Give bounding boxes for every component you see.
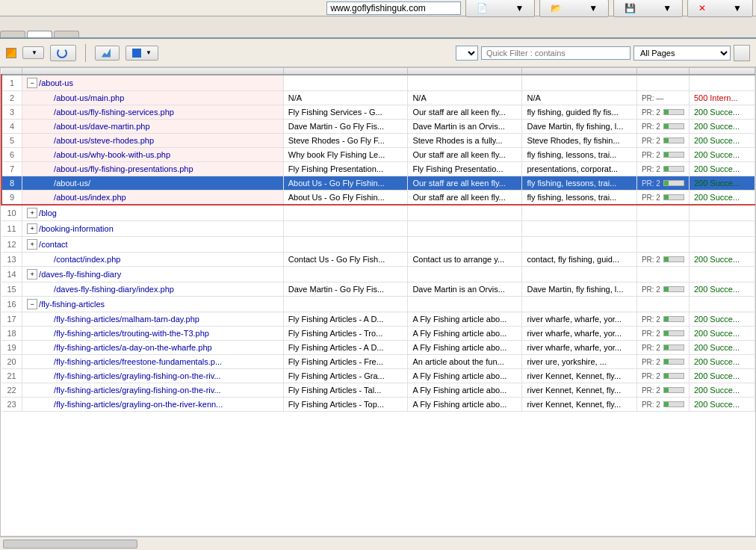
table-row[interactable]: 18/fly-fishing-articles/trouting-with-th… [1, 327, 755, 341]
table-row[interactable]: 19/fly-fishing-articles/a-day-on-the-wha… [1, 341, 755, 355]
table-row[interactable]: 7/about-us/fly-fishing-presentations.php… [1, 162, 755, 176]
close-dropdown-arrow[interactable]: ▼ [727, 1, 748, 15]
menu-help[interactable] [39, 7, 51, 10]
page-url-link[interactable]: /fly-fishing-articles/grayling-fishing-o… [54, 386, 221, 395]
row-page[interactable]: /about-us/why-book-with-us.php [22, 148, 284, 162]
page-url-link[interactable]: /fly-fishing-articles/grayling-fishing-o… [54, 371, 221, 380]
row-page[interactable]: +/blog [22, 205, 284, 221]
col-header-meta-kw[interactable] [522, 68, 636, 75]
table-row[interactable]: 10+/blog [1, 205, 755, 221]
close-button[interactable]: ✕ ▼ [687, 0, 753, 17]
page-url-link[interactable]: /about-us/fly-fishing-services.php [54, 108, 174, 117]
row-page[interactable]: /contact/index.php [22, 253, 284, 267]
row-page[interactable]: −/fly-fishing-articles [22, 297, 284, 312]
table-row[interactable]: 9/about-us/index.phpAbout Us - Go Fly Fi… [1, 191, 755, 206]
row-page[interactable]: /fly-fishing-articles/grayling-fishing-o… [22, 369, 284, 383]
page-url-link[interactable]: /booking-information [39, 224, 114, 233]
page-url-link[interactable]: /fly-fishing-articles/freestone-fundamen… [54, 357, 222, 366]
table-row[interactable]: 23/fly-fishing-articles/grayling-on-the-… [1, 398, 755, 412]
sitemap-dropdown-arrow[interactable]: ▼ [146, 49, 152, 56]
page-url-link[interactable]: /contact/index.php [54, 255, 120, 264]
pages-filter-dropdown[interactable]: All Pages [633, 46, 731, 61]
expand-icon[interactable]: + [27, 269, 37, 279]
row-page[interactable]: /about-us/steve-rhodes.php [22, 134, 284, 148]
row-page[interactable]: /daves-fly-fishing-diary/index.php [22, 282, 284, 297]
table-row[interactable]: 2/about-us/main.phpN/AN/AN/APR: —500 Int… [1, 91, 755, 105]
table-row[interactable]: 5/about-us/steve-rhodes.phpSteve Rhodes … [1, 134, 755, 148]
row-page[interactable]: −/about-us [22, 75, 284, 91]
page-url-link[interactable]: /about-us/fly-fishing-presentations.php [54, 164, 193, 173]
save-dropdown-arrow[interactable]: ▼ [657, 1, 678, 15]
page-url-link[interactable]: /fly-fishing-articles/trouting-with-the-… [54, 329, 209, 338]
save-button[interactable]: 💾 ▼ [613, 0, 683, 17]
row-page[interactable]: /fly-fishing-articles/trouting-with-the-… [22, 327, 284, 341]
page-url-link[interactable]: /blog [39, 208, 57, 217]
tab-website-report[interactable] [27, 31, 52, 37]
table-row[interactable]: 4/about-us/dave-martin.phpDave Martin - … [1, 120, 755, 134]
page-url-link[interactable]: /about-us/dave-martin.php [54, 122, 149, 131]
col-header-meta-desc[interactable] [408, 68, 522, 75]
table-row[interactable]: 14+/daves-fly-fishing-diary [1, 267, 755, 282]
row-page[interactable]: +/contact [22, 237, 284, 253]
menu-window[interactable] [27, 7, 39, 10]
col-header-page[interactable] [22, 68, 284, 75]
table-container[interactable]: 1−/about-us2/about-us/main.phpN/AN/AN/AP… [0, 67, 756, 537]
table-row[interactable]: 12+/contact [1, 237, 755, 253]
new-button[interactable]: 📄 ▼ [465, 0, 535, 17]
row-page[interactable]: /fly-fishing-articles/a-day-on-the-wharf… [22, 341, 284, 355]
row-page[interactable]: /about-us/index.php [22, 191, 284, 206]
col-header-title[interactable] [283, 68, 408, 75]
tab-website[interactable] [0, 31, 25, 37]
row-page[interactable]: /fly-fishing-articles/freestone-fundamen… [22, 355, 284, 369]
open-dropdown-arrow[interactable]: ▼ [583, 1, 604, 15]
page-url-link[interactable]: /about-us/index.php [54, 193, 126, 202]
row-page[interactable]: /about-us/fly-fishing-services.php [22, 105, 284, 120]
open-button[interactable]: 📂 ▼ [539, 0, 609, 17]
page-url-link[interactable]: /contact [39, 240, 68, 249]
project-url-input[interactable] [326, 1, 461, 15]
row-page[interactable]: /about-us/main.php [22, 91, 284, 105]
page-url-link[interactable]: /fly-fishing-articles/malham-tarn-day.ph… [54, 315, 199, 324]
settings-button[interactable] [734, 45, 750, 61]
collapse-icon[interactable]: − [27, 299, 37, 309]
page-url-link[interactable]: /about-us [39, 78, 73, 87]
page-url-link[interactable]: /about-us/main.php [54, 93, 124, 102]
row-page[interactable]: /about-us/ [22, 176, 284, 191]
table-row[interactable]: 6/about-us/why-book-with-us.phpWhy book … [1, 148, 755, 162]
rebuild-button[interactable] [50, 45, 76, 61]
sitemap-button[interactable]: ▼ [126, 46, 158, 61]
table-row[interactable]: 11+/booking-information [1, 221, 755, 237]
analyze-button[interactable] [95, 46, 120, 61]
table-row[interactable]: 13/contact/index.phpContact Us - Go Fly … [1, 253, 755, 267]
expand-icon[interactable]: + [27, 239, 37, 250]
row-page[interactable]: +/booking-information [22, 221, 284, 237]
filter-type-dropdown[interactable] [456, 46, 478, 61]
page-url-link[interactable]: /about-us/why-book-with-us.php [54, 150, 170, 159]
row-page[interactable]: /fly-fishing-articles/grayling-on-the-ri… [22, 398, 284, 412]
horizontal-scrollbar[interactable] [3, 540, 137, 549]
tab-webpages[interactable] [54, 31, 79, 37]
table-row[interactable]: 20/fly-fishing-articles/freestone-fundam… [1, 355, 755, 369]
update-dropdown-arrow[interactable]: ▼ [31, 49, 37, 56]
table-row[interactable]: 17/fly-fishing-articles/malham-tarn-day.… [1, 312, 755, 327]
row-page[interactable]: /fly-fishing-articles/malham-tarn-day.ph… [22, 312, 284, 327]
table-row[interactable]: 16−/fly-fishing-articles [1, 297, 755, 312]
table-row[interactable]: 21/fly-fishing-articles/grayling-fishing… [1, 369, 755, 383]
update-button[interactable]: ▼ [22, 46, 44, 59]
page-url-link[interactable]: /about-us/steve-rhodes.php [54, 136, 154, 145]
collapse-icon[interactable]: − [27, 78, 37, 88]
row-page[interactable]: +/daves-fly-fishing-diary [22, 267, 284, 282]
page-url-link[interactable]: /fly-fishing-articles/grayling-on-the-ri… [54, 400, 223, 409]
table-row[interactable]: 15/daves-fly-fishing-diary/index.phpDave… [1, 282, 755, 297]
table-row[interactable]: 22/fly-fishing-articles/grayling-fishing… [1, 383, 755, 398]
page-url-link[interactable]: /about-us/ [54, 179, 90, 188]
table-row[interactable]: 1−/about-us [1, 75, 755, 91]
row-page[interactable]: /fly-fishing-articles/grayling-fishing-o… [22, 383, 284, 398]
expand-icon[interactable]: + [27, 223, 37, 234]
table-row[interactable]: 3/about-us/fly-fishing-services.phpFly F… [1, 105, 755, 120]
menu-file[interactable] [3, 7, 15, 10]
row-page[interactable]: /about-us/fly-fishing-presentations.php [22, 162, 284, 176]
expand-icon[interactable]: + [27, 208, 37, 218]
page-url-link[interactable]: /daves-fly-fishing-diary/index.php [54, 285, 174, 294]
table-row[interactable]: 8/about-us/About Us - Go Fly Fishin...Ou… [1, 176, 755, 191]
